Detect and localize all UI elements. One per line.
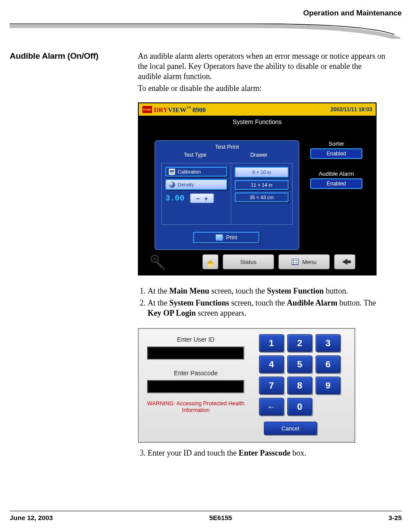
procedure-list: At the Main Menu screen, touch the Syste… (138, 286, 385, 318)
product-name: DRYVIEW™ 8900 (154, 106, 206, 114)
device-timestamp: 2002/11/11 18:03 (331, 106, 372, 113)
passcode-label: Enter Passcode (174, 370, 218, 377)
menu-icon (292, 259, 299, 265)
test-print-panel: Test Print Test Type Drawer Calibration (155, 140, 299, 250)
print-button[interactable]: Print (193, 232, 259, 243)
home-button[interactable] (202, 254, 218, 269)
step-2: At the System Functions screen, touch th… (148, 298, 385, 318)
keypad-1[interactable]: 1 (259, 334, 284, 352)
keypad-6[interactable]: 6 (316, 355, 340, 373)
density-stepper[interactable]: − + (190, 193, 214, 203)
drawer-8x10-button[interactable]: 8 × 10 in (235, 167, 289, 177)
system-functions-screenshot: Kodak DRYVIEW™ 8900 2002/11/11 18:03 Sys… (138, 102, 377, 275)
plus-button[interactable]: + (204, 195, 208, 202)
svg-rect-4 (162, 267, 165, 270)
chapter-title: Operation and Maintenance (303, 9, 402, 18)
menu-button[interactable]: Menu (278, 254, 330, 269)
keypad-0[interactable]: 0 (287, 398, 312, 415)
calibration-icon (169, 169, 175, 175)
header-swoosh (10, 21, 402, 39)
screen-title: System Functions (139, 116, 376, 125)
intro-paragraph-1: An audible alarm alerts operators when a… (138, 51, 385, 82)
home-icon (207, 260, 214, 264)
panel-columns: Test Type Drawer (155, 151, 299, 158)
key-icon (149, 253, 168, 270)
minus-button[interactable]: − (196, 195, 200, 202)
keypad-5[interactable]: 5 (287, 355, 312, 373)
page-footer: June 12, 2003 5E6155 3-25 (10, 511, 402, 521)
procedure-list-cont: Enter your ID and touch the Enter Passco… (138, 448, 385, 458)
cancel-button[interactable]: Cancel (264, 422, 317, 435)
numeric-keypad: 1 2 3 4 5 6 7 8 9 ← 0 (259, 334, 348, 415)
col-test-type: Test Type (163, 152, 227, 158)
intro-paragraph-2: To enable or disable the audible alarm: (138, 83, 385, 94)
sorter-label: Sorter (310, 140, 362, 147)
keypad-7[interactable]: 7 (259, 377, 284, 394)
audible-alarm-button[interactable]: Enabled (310, 178, 362, 189)
density-value: 3.00 (165, 194, 188, 203)
passcode-input[interactable] (147, 380, 244, 393)
calibration-button[interactable]: Calibration (165, 167, 227, 177)
footer-page-number: 3-25 (388, 514, 402, 521)
keypad-2[interactable]: 2 (287, 334, 312, 352)
drawer-35x43-button[interactable]: 35 × 43 cm (235, 192, 289, 202)
svg-point-1 (153, 257, 156, 260)
footer-doc-number: 5E6155 (209, 514, 232, 521)
keypad-9[interactable]: 9 (316, 377, 340, 394)
step-3: Enter your ID and touch the Enter Passco… (148, 448, 385, 458)
density-icon (169, 181, 175, 188)
keypad-3[interactable]: 3 (316, 334, 340, 352)
phi-warning: WARNING: Accessing Protected Health Info… (145, 400, 247, 414)
page-header: Operation and Maintenance (10, 9, 402, 40)
density-button[interactable]: Density (165, 179, 227, 190)
step-1: At the Main Menu screen, touch the Syste… (148, 286, 385, 296)
device-topbar: Kodak DRYVIEW™ 8900 2002/11/11 18:03 (139, 103, 376, 116)
col-drawer: Drawer (227, 152, 291, 158)
keypad-4[interactable]: 4 (259, 355, 284, 373)
user-id-label: Enter User ID (177, 336, 215, 343)
back-button[interactable] (334, 254, 355, 269)
back-arrow-icon (342, 259, 347, 265)
keypad-8[interactable]: 8 (287, 377, 312, 394)
section-heading: Audible Alarm (On/Off) (10, 51, 128, 61)
sorter-button[interactable]: Enabled (310, 148, 362, 159)
kodak-logo: Kodak (142, 106, 152, 113)
panel-title: Test Print (155, 141, 299, 151)
drawer-11x14-button[interactable]: 11 × 14 in (235, 180, 289, 190)
status-button[interactable]: Status (223, 254, 274, 269)
keypad-backspace[interactable]: ← (259, 398, 284, 415)
login-screenshot: Enter User ID Enter Passcode WARNING: Ac… (138, 328, 355, 443)
audible-alarm-label: Audible Alarm (310, 170, 362, 177)
print-icon (216, 234, 223, 241)
footer-date: June 12, 2003 (10, 514, 53, 521)
user-id-input[interactable] (147, 347, 244, 360)
